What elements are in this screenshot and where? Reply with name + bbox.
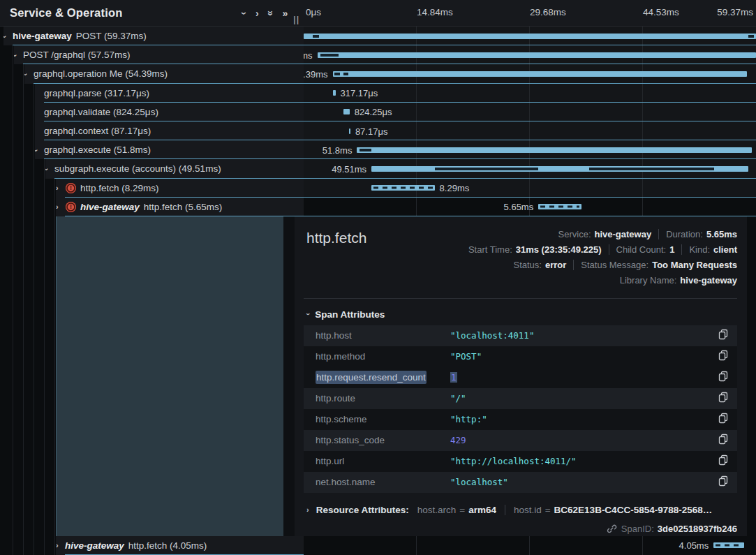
- span-row[interactable]: ›graphql.operation Me (54.39ms)54.39ms: [0, 64, 756, 83]
- expand-chevron-icon[interactable]: ›: [3, 32, 13, 40]
- attribute-key: http.host: [316, 330, 450, 341]
- span-row[interactable]: ›!http.fetch (8.29ms)8.29ms: [0, 179, 756, 198]
- span-label-cell[interactable]: ›hive-gatewayPOST (59.37ms): [3, 27, 304, 45]
- span-row[interactable]: ›subgraph.execute (accounts) (49.51ms)49…: [0, 159, 756, 178]
- panel-gap: [283, 216, 295, 536]
- collapse-chevron-icon[interactable]: ›: [56, 202, 65, 211]
- span-row-main: graphql.validate (824.25μs)824.25μs: [35, 103, 756, 121]
- span-row[interactable]: graphql.context (87.17μs)87.17μs: [0, 121, 756, 140]
- double-chevron-right-icon[interactable]: »: [282, 8, 288, 18]
- indent-gutter: [0, 121, 35, 140]
- span-bar[interactable]: [333, 90, 336, 96]
- detail-meta-pair: Service:hive-gateway: [558, 229, 652, 239]
- copy-icon: [718, 413, 728, 426]
- detail-meta-line: Status:errorStatus Message:Too Many Requ…: [468, 258, 737, 273]
- span-label-cell[interactable]: ›hive-gatewayhttp.fetch (4.05ms): [56, 536, 304, 555]
- meta-value: Too Many Requests: [652, 260, 737, 270]
- detail-meta-pair: Status Message:Too Many Requests: [573, 260, 737, 270]
- resource-attributes-title: Resource Attributes:: [316, 505, 409, 515]
- span-row[interactable]: ›hive-gatewayhttp.fetch (4.05ms)4.05ms: [0, 536, 756, 555]
- copy-button[interactable]: [716, 434, 730, 447]
- operation-label: graphql.operation Me (54.39ms): [34, 68, 168, 79]
- span-attributes-table: http.host"localhost:4011"http.method"POS…: [304, 325, 737, 493]
- indent-gutter: [0, 64, 24, 83]
- row-separator: [34, 83, 756, 84]
- copy-button[interactable]: [716, 350, 730, 364]
- span-label-cell[interactable]: graphql.validate (824.25μs): [35, 103, 304, 121]
- expand-chevron-icon[interactable]: ›: [35, 146, 44, 154]
- span-row[interactable]: graphql.parse (317.17μs)317.17μs: [0, 84, 756, 103]
- copy-button[interactable]: [716, 475, 730, 489]
- expand-chevron-icon[interactable]: ›: [45, 165, 54, 173]
- resource-attributes-header[interactable]: ›Resource Attributes:host.arch=arm64host…: [306, 502, 737, 518]
- timeline-lane: 59.37ms: [304, 27, 756, 45]
- span-row[interactable]: ›!hive-gatewayhttp.fetch (5.65ms)5.65ms: [0, 198, 756, 216]
- span-label-cell[interactable]: graphql.context (87.17μs): [35, 121, 304, 140]
- resource-key: host.id: [514, 505, 542, 515]
- span-label-cell[interactable]: graphql.parse (317.17μs): [35, 84, 304, 103]
- attribute-value: 429: [450, 435, 716, 445]
- detail-meta: Service:hive-gatewayDuration:5.65msStart…: [468, 227, 737, 288]
- chevron-down-icon[interactable]: ›: [240, 11, 250, 15]
- meta-label: Duration:: [666, 229, 703, 239]
- copy-icon: [718, 434, 728, 447]
- panel-splitter-handle[interactable]: ||: [293, 15, 299, 24]
- detail-meta-pair: Status:error: [514, 260, 567, 270]
- meta-value: client: [713, 244, 737, 255]
- copy-button[interactable]: [716, 454, 730, 468]
- meta-label: Status:: [514, 260, 542, 270]
- span-bar[interactable]: [371, 185, 435, 191]
- meta-label: Service:: [558, 229, 591, 239]
- child-gap-segment: [748, 35, 754, 38]
- copy-button[interactable]: [716, 329, 730, 343]
- span-bar[interactable]: [357, 147, 751, 153]
- span-bar[interactable]: [304, 34, 756, 39]
- equals-sign: =: [545, 505, 551, 515]
- copy-button[interactable]: [716, 392, 730, 406]
- collapse-chevron-icon[interactable]: ›: [56, 184, 65, 192]
- operation-label: graphql.context (87.17μs): [44, 126, 151, 136]
- row-separator: [23, 64, 756, 64]
- chevron-right-icon[interactable]: ›: [255, 8, 259, 18]
- expand-chevron-icon[interactable]: ›: [14, 51, 23, 59]
- child-gap-segment: [334, 73, 341, 75]
- span-bar[interactable]: [318, 52, 756, 58]
- span-label-cell[interactable]: ›!http.fetch (8.29ms): [56, 179, 304, 198]
- span-id-label: SpanID:: [621, 524, 654, 534]
- span-label-cell[interactable]: ›!hive-gatewayhttp.fetch (5.65ms): [56, 198, 304, 216]
- span-duration-label: 57.57ms: [304, 50, 313, 60]
- expand-chevron-icon[interactable]: ›: [24, 70, 34, 78]
- span-row[interactable]: ›POST /graphql (57.57ms)57.57ms: [0, 45, 756, 64]
- attribute-key: http.status_code: [316, 435, 450, 445]
- attribute-row: http.route"/": [304, 388, 737, 409]
- attribute-value: "localhost": [450, 477, 716, 487]
- attribute-value: "http://localhost:4011/": [450, 456, 716, 466]
- span-bar[interactable]: [349, 128, 350, 134]
- span-label-cell[interactable]: ›graphql.operation Me (54.39ms): [24, 64, 304, 83]
- span-label-cell[interactable]: ›POST /graphql (57.57ms): [14, 45, 304, 64]
- span-row[interactable]: graphql.validate (824.25μs)824.25μs: [0, 103, 756, 121]
- timeline-lane: 51.8ms: [304, 140, 756, 159]
- meta-label: Start Time:: [468, 244, 512, 255]
- span-label-cell[interactable]: ›subgraph.execute (accounts) (49.51ms): [45, 159, 304, 178]
- attribute-row: http.method"POST": [304, 346, 737, 367]
- span-row[interactable]: ›graphql.execute (51.8ms)51.8ms: [0, 140, 756, 159]
- span-bar[interactable]: [343, 109, 350, 114]
- span-duration-label: 317.17μs: [341, 88, 378, 98]
- collapse-chevron-icon[interactable]: ›: [56, 541, 65, 549]
- indent-gutter: [0, 159, 45, 178]
- double-chevron-down-icon[interactable]: »: [266, 10, 276, 16]
- copy-button[interactable]: [716, 371, 730, 385]
- copy-icon: [718, 350, 728, 363]
- copy-button[interactable]: [716, 413, 730, 427]
- resource-value: arm64: [468, 505, 496, 515]
- span-bar[interactable]: [333, 71, 748, 77]
- span-label-cell[interactable]: ›graphql.execute (51.8ms): [35, 140, 304, 159]
- span-bar[interactable]: [713, 542, 744, 548]
- span-row-main: graphql.parse (317.17μs)317.17μs: [35, 84, 756, 103]
- span-bar[interactable]: [538, 204, 581, 209]
- span-duration-label: 87.17μs: [355, 126, 388, 136]
- span-row[interactable]: ›hive-gatewayPOST (59.37ms)59.37ms: [0, 27, 756, 45]
- copy-icon: [718, 392, 728, 405]
- span-attributes-header[interactable]: ›Span Attributes: [306, 308, 737, 321]
